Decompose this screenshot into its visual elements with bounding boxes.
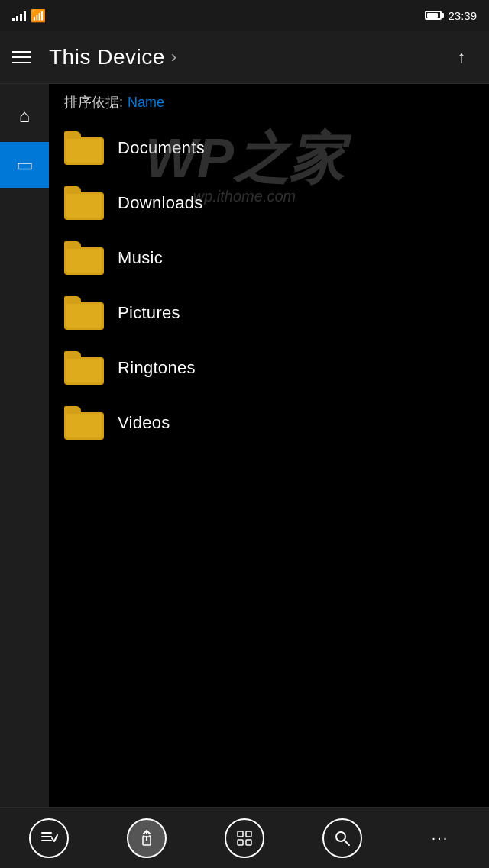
sidebar: ⌂ ▭ <box>0 84 49 807</box>
device-icon: ▭ <box>16 154 34 176</box>
share-icon <box>127 818 167 858</box>
sort-label: 排序依据: <box>64 93 123 111</box>
search-icon <box>322 818 362 858</box>
svg-rect-8 <box>246 840 251 845</box>
folder-item-ringtones[interactable]: Ringtones <box>49 340 489 395</box>
main-container: ⌂ ▭ 排序依据: Name Documents <box>0 84 489 807</box>
folder-icon <box>64 296 104 330</box>
folder-name: Pictures <box>118 303 180 323</box>
share-button[interactable] <box>120 812 173 865</box>
folder-icon <box>64 186 104 220</box>
grid-view-button[interactable] <box>218 812 271 865</box>
folder-name: Downloads <box>118 193 203 213</box>
hamburger-button[interactable] <box>12 42 43 73</box>
status-bar: 📶 23:39 <box>0 0 489 31</box>
folder-icon <box>64 241 104 275</box>
search-button[interactable] <box>316 812 369 865</box>
sort-value: Name <box>128 95 164 111</box>
page-title: This Device <box>49 45 165 69</box>
list-view-button[interactable] <box>22 812 76 865</box>
svg-rect-7 <box>238 840 243 845</box>
taskbar: ··· <box>0 807 489 868</box>
signal-icon <box>12 9 26 21</box>
svg-point-9 <box>336 832 345 841</box>
svg-rect-0 <box>41 832 52 834</box>
status-right: 23:39 <box>425 9 477 22</box>
folder-item-downloads[interactable]: Downloads <box>49 176 489 231</box>
title-bar: This Device › ↑ <box>0 31 489 84</box>
folder-list: Documents Downloads Music <box>49 121 489 450</box>
grid-view-icon <box>225 818 264 858</box>
battery-indicator <box>425 11 442 20</box>
title-content: This Device › <box>49 45 446 69</box>
folder-name: Music <box>118 248 163 268</box>
content-area: 排序依据: Name Documents Downloads <box>49 84 489 807</box>
more-button[interactable]: ··· <box>413 812 467 865</box>
folder-item-music[interactable]: Music <box>49 231 489 286</box>
folder-icon <box>64 351 104 385</box>
sidebar-item-home[interactable]: ⌂ <box>0 93 49 139</box>
svg-rect-6 <box>246 831 251 837</box>
status-left: 📶 <box>12 8 46 23</box>
folder-item-documents[interactable]: Documents <box>49 121 489 176</box>
sort-bar[interactable]: 排序依据: Name <box>49 84 489 121</box>
folder-name: Ringtones <box>118 358 196 378</box>
svg-rect-5 <box>238 831 243 837</box>
folder-icon <box>64 406 104 440</box>
folder-item-videos[interactable]: Videos <box>49 395 489 450</box>
up-button[interactable]: ↑ <box>446 42 477 73</box>
svg-rect-4 <box>144 834 149 836</box>
svg-rect-2 <box>41 840 52 841</box>
list-view-icon <box>29 818 69 858</box>
breadcrumb-arrow: › <box>171 47 176 67</box>
svg-line-10 <box>345 841 349 845</box>
folder-name: Documents <box>118 138 205 158</box>
folder-item-pictures[interactable]: Pictures <box>49 286 489 340</box>
home-icon: ⌂ <box>19 105 31 127</box>
wifi-icon: 📶 <box>31 8 46 23</box>
folder-icon <box>64 131 104 165</box>
folder-name: Videos <box>118 413 170 433</box>
more-icon: ··· <box>432 829 449 847</box>
svg-rect-1 <box>41 836 52 837</box>
clock: 23:39 <box>448 9 477 22</box>
sidebar-item-device[interactable]: ▭ <box>0 142 49 188</box>
up-arrow-icon: ↑ <box>458 47 466 67</box>
